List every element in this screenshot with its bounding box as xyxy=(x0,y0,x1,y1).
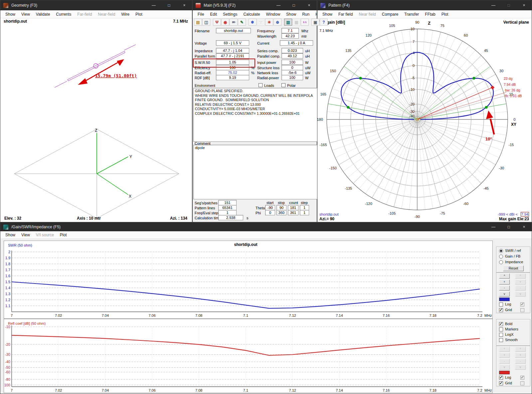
maximize-button[interactable]: □ xyxy=(286,0,301,10)
menu-item-fftab[interactable]: FFtab xyxy=(422,11,438,17)
network_loss-field[interactable]: -5e-6 xyxy=(281,70,303,75)
minimize-button[interactable]: — xyxy=(146,0,161,10)
swr-scale-v-button-left[interactable]: v xyxy=(499,292,510,296)
pattern-canvas[interactable]: 10740-5-10-20-30-409075604530150-15-30-4… xyxy=(317,18,532,222)
theta-start-field[interactable]: -90 xyxy=(265,205,275,210)
3d-view-icon[interactable]: 3D xyxy=(230,19,238,26)
menu-item-settings[interactable]: Settings xyxy=(220,11,240,17)
menu-item-transfer[interactable]: Transfer xyxy=(401,11,422,17)
impedance-field[interactable]: 47.7 - j 1.04 xyxy=(216,48,249,53)
swr-scale-^-button-left[interactable]: ^ xyxy=(499,274,510,279)
close-button[interactable]: × xyxy=(177,0,192,10)
structure_loss-field[interactable]: 0 xyxy=(281,65,303,70)
theta-stop-field[interactable]: 90 xyxy=(276,205,286,210)
menu-item-compare[interactable]: Compare xyxy=(379,11,401,17)
wavelength-field[interactable]: 42.23 xyxy=(281,33,299,39)
swr-log-checkbox[interactable] xyxy=(499,302,503,306)
pattern-red-icon[interactable]: ✳ xyxy=(265,19,273,26)
menu-item-currents[interactable]: Currents xyxy=(53,11,74,17)
menu-item-plot[interactable]: Plot xyxy=(57,232,70,238)
menu-item-wire[interactable]: Wire xyxy=(118,11,132,17)
close-button[interactable]: × xyxy=(516,0,532,10)
menu-item-show[interactable]: Show xyxy=(319,11,335,17)
comment-text[interactable]: dipole xyxy=(193,145,317,199)
gain-range-max[interactable]: 7.94 xyxy=(521,212,529,217)
phi-start-field[interactable]: 0 xyxy=(265,210,275,215)
maximize-button[interactable]: □ xyxy=(501,223,516,231)
menu-item-far-field[interactable]: Far field xyxy=(335,11,356,17)
rdf-field[interactable]: 9.19 xyxy=(216,75,249,80)
frequency-field[interactable]: 7.1 xyxy=(281,28,299,33)
menu-item-view[interactable]: View xyxy=(18,232,33,238)
option-checkbox-logx[interactable] xyxy=(499,333,503,337)
polar-checkbox[interactable] xyxy=(281,83,285,87)
globe-icon[interactable]: ⊕ xyxy=(273,19,281,26)
phi-count-field[interactable]: 361 xyxy=(288,210,298,215)
theta-step-field[interactable]: 1 xyxy=(300,205,309,210)
refl-log-checkbox[interactable] xyxy=(499,376,503,380)
menu-item-show[interactable]: Show xyxy=(2,11,18,17)
radiat_power-field[interactable]: 100 xyxy=(281,75,303,80)
copy-window-icon[interactable]: ◫ xyxy=(202,19,210,26)
swr-scale---button-left[interactable]: - xyxy=(499,286,510,291)
menu-item-plot[interactable]: Plot xyxy=(132,11,145,17)
menu-item-run[interactable]: Run xyxy=(299,11,312,17)
geometry-canvas[interactable]: shortdip.out 7.1 MHz Z Y X xyxy=(0,18,192,222)
series_comp-field[interactable]: 0.023 xyxy=(281,48,303,53)
refl-coef-chart[interactable]: -10-20-30-40-50-60-80-10077.027.047.067.… xyxy=(4,319,492,393)
minimize-button[interactable]: — xyxy=(486,223,501,231)
mode-radio-gain-fb[interactable] xyxy=(499,255,503,259)
far-field-sphere-icon[interactable]: ◉ xyxy=(221,19,229,26)
close-button[interactable]: × xyxy=(516,223,532,231)
swr-chart-panel[interactable]: 21.91.81.71.61.51.41.31.21.177.027.047.0… xyxy=(4,241,493,319)
gain-swr-titlebar[interactable]: /Gain/SWR/Impedance (F5) — □ × xyxy=(0,223,532,231)
current-field[interactable]: 1.45 - j 0 A xyxy=(280,40,313,46)
close-button[interactable]: × xyxy=(301,0,317,10)
antenna-geometry-icon[interactable]: Ψ xyxy=(213,19,221,26)
menu-item-edit[interactable]: Edit xyxy=(207,11,220,17)
menu-item-window[interactable]: Window xyxy=(263,11,283,17)
phi-stop-field[interactable]: 360 xyxy=(276,210,286,215)
phi-step-field[interactable]: 1 xyxy=(300,210,309,215)
theta-count-field[interactable]: 181 xyxy=(288,205,298,210)
main-titlebar[interactable]: Main [V5.9.3] (F2) — □ × xyxy=(193,0,317,10)
geometry-titlebar[interactable]: Geometry (F3) — □ × xyxy=(0,0,192,10)
swr-chart[interactable]: 21.91.81.71.61.51.41.31.21.177.027.047.0… xyxy=(4,241,492,318)
loads-checkbox[interactable] xyxy=(259,83,263,87)
calc_time-field[interactable]: 2.938 xyxy=(218,215,243,220)
input_power-field[interactable]: 100 xyxy=(281,60,303,65)
radiat_eff-field[interactable]: 75.02 xyxy=(216,70,249,75)
pattern-blue-icon[interactable]: ❄ xyxy=(249,19,257,26)
mode-radio-swr-ref[interactable] xyxy=(499,249,503,253)
option-checkbox-markers[interactable] xyxy=(499,327,503,331)
reset-button[interactable]: Reset xyxy=(503,266,524,271)
filename-field[interactable]: shortdip.out xyxy=(216,28,251,33)
scale-1to1-icon[interactable]: 1:1 xyxy=(301,19,309,26)
refl-grid-checkbox[interactable] xyxy=(499,381,503,385)
refl-chart-panel[interactable]: -10-20-30-40-50-60-80-10077.027.047.067.… xyxy=(4,319,493,393)
voltage-field[interactable]: 69 - j 1.5 V xyxy=(216,40,249,46)
segs-field[interactable]: 151 xyxy=(218,200,237,205)
minimize-button[interactable]: — xyxy=(271,0,286,10)
swr-grid-checkbox[interactable] xyxy=(499,308,503,312)
pattern-titlebar[interactable]: Pattern (F4) — □ × xyxy=(317,0,532,10)
freq_steps-field[interactable]: 1 xyxy=(218,210,237,215)
parallel_comp-field[interactable]: 49.12 xyxy=(281,53,303,59)
menu-item-file[interactable]: File xyxy=(195,11,207,17)
menu-item-view[interactable]: View xyxy=(18,11,33,17)
open-file-icon[interactable]: ▤ xyxy=(194,19,202,26)
minimize-button[interactable]: — xyxy=(486,0,501,10)
maximize-button[interactable]: □ xyxy=(161,0,177,10)
pattern_lines-field[interactable]: 65341 xyxy=(218,205,237,210)
mode-radio-impedance[interactable] xyxy=(499,260,503,264)
swr-scale-+-button-left[interactable]: + xyxy=(499,280,510,285)
menu-item-plot[interactable]: Plot xyxy=(439,11,451,17)
book-icon[interactable]: ▣ xyxy=(311,19,319,26)
menu-item-show[interactable]: Show xyxy=(283,11,299,17)
parallel_form-field[interactable]: 47.7 // - j 2191 xyxy=(216,53,249,59)
help-icon[interactable]: ? xyxy=(320,19,328,26)
edit-nec-icon[interactable]: ✎ xyxy=(238,19,246,26)
line-chart-icon[interactable]: ▥ xyxy=(284,19,292,26)
menu-item-calculate[interactable]: Calculate xyxy=(240,11,263,17)
polar-pattern-plot[interactable]: 10740-5-10-20-30-409075604530150-15-30-4… xyxy=(317,18,532,222)
